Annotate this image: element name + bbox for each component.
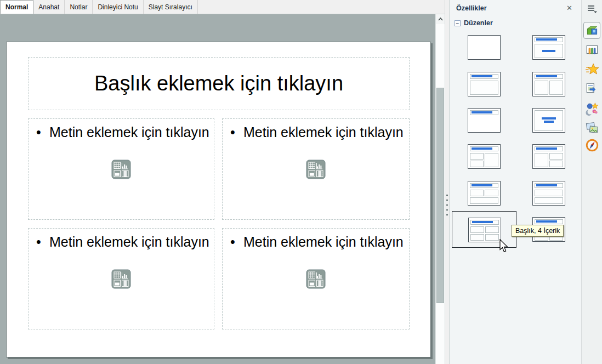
view-tab-3[interactable]: Dinleyici Notu	[93, 0, 143, 14]
view-tab-1[interactable]: Anahat	[33, 0, 65, 14]
layout-title-content[interactable]	[452, 66, 516, 103]
layout-thumbnail	[468, 108, 501, 133]
layout-title-content-over-content[interactable]	[516, 175, 581, 212]
layout-tooltip: Başlık, 4 İçerik	[512, 225, 564, 237]
content-placeholder-bottom-right[interactable]: • Metin eklemek için tıklayın	[222, 228, 410, 329]
view-tab-2[interactable]: Notlar	[65, 0, 93, 14]
view-tab-4[interactable]: Slayt Sıralayıcı	[144, 0, 198, 14]
sidebar-splitter[interactable]	[445, 0, 450, 364]
layout-title-subtitle[interactable]	[516, 29, 581, 66]
layout-title-2content-over-content[interactable]	[452, 175, 516, 212]
layout-thumbnail	[532, 72, 565, 96]
properties-icon[interactable]	[583, 22, 600, 39]
content-placeholder-text: Metin eklemek için tıklayın	[49, 232, 209, 251]
view-tab-bar: NormalAnahatNotlarDinleyici NotuSlayt Sı…	[0, 0, 445, 14]
layout-title-4content[interactable]	[452, 211, 516, 248]
scroll-up-button[interactable]	[436, 14, 445, 24]
bullet: •	[36, 123, 49, 141]
layout-thumbnail	[468, 72, 501, 96]
layout-thumbnail	[532, 35, 565, 60]
layout-centered-text[interactable]	[516, 102, 581, 139]
vertical-scrollbar[interactable]	[435, 14, 445, 364]
layout-thumbnail	[468, 181, 501, 206]
layout-title-only[interactable]	[452, 102, 516, 139]
close-icon[interactable]: ✕	[565, 4, 573, 12]
layout-thumbnail	[532, 144, 565, 169]
sidebar-settings-icon[interactable]	[586, 4, 598, 14]
layout-title-content-2content[interactable]	[516, 138, 581, 175]
bullet: •	[36, 232, 49, 251]
properties-panel: Özellikler ✕ − Düzenler Başlık, 4 İçerik	[450, 0, 582, 364]
layout-blank[interactable]	[452, 29, 516, 66]
content-placeholder-bottom-left[interactable]: • Metin eklemek için tıklayın	[28, 228, 214, 329]
navigator-icon[interactable]	[583, 136, 600, 153]
content-placeholder-top-left[interactable]: • Metin eklemek için tıklayın	[28, 118, 214, 220]
chevron-up-icon	[438, 18, 443, 21]
scrollbar-thumb[interactable]	[436, 88, 444, 303]
layout-thumbnail	[532, 181, 565, 206]
gallery-icon[interactable]	[583, 119, 600, 136]
content-placeholder-text: Metin eklemek için tıklayın	[243, 123, 404, 141]
layout-title-2content-content[interactable]	[452, 138, 516, 175]
insert-content-icon[interactable]	[111, 160, 131, 179]
layout-title-two-content[interactable]	[516, 66, 581, 103]
title-placeholder[interactable]: Başlık eklemek için tıklayın	[28, 57, 410, 110]
content-placeholder-top-right[interactable]: • Metin eklemek için tıklayın	[222, 118, 410, 220]
splitter-grip-icon	[446, 195, 448, 217]
slide-transition-icon[interactable]	[583, 42, 600, 59]
layout-thumbnail	[532, 108, 565, 133]
impress-window: NormalAnahatNotlarDinleyici NotuSlayt Sı…	[0, 0, 602, 364]
insert-content-icon[interactable]	[306, 269, 326, 289]
panel-title: Özellikler	[456, 4, 487, 12]
insert-content-icon[interactable]	[111, 269, 131, 289]
layout-thumbnail	[468, 35, 501, 60]
bullet: •	[230, 232, 243, 251]
slide-edit-area[interactable]: Başlık eklemek için tıklayın • Metin ekl…	[0, 14, 435, 364]
bullet: •	[230, 123, 243, 141]
shapes-icon[interactable]	[583, 100, 600, 117]
slide-canvas[interactable]: Başlık eklemek için tıklayın • Metin ekl…	[6, 42, 431, 357]
content-placeholder-text: Metin eklemek için tıklayın	[243, 232, 404, 251]
layout-thumbnail	[468, 144, 501, 169]
layouts-section-title: Düzenler	[464, 19, 493, 27]
view-tab-0[interactable]: Normal	[0, 0, 33, 14]
sidebar-deck-bar	[582, 0, 602, 364]
layout-thumbnail	[468, 218, 501, 242]
content-placeholder-text: Metin eklemek için tıklayın	[49, 123, 209, 141]
collapse-icon[interactable]: −	[455, 20, 461, 26]
animation-icon[interactable]	[583, 61, 600, 78]
panel-header: Özellikler ✕	[450, 0, 581, 16]
title-placeholder-text: Başlık eklemek için tıklayın	[94, 72, 343, 95]
insert-content-icon[interactable]	[306, 160, 326, 179]
master-slides-icon[interactable]	[583, 80, 600, 97]
layouts-section-header: − Düzenler	[455, 19, 493, 27]
